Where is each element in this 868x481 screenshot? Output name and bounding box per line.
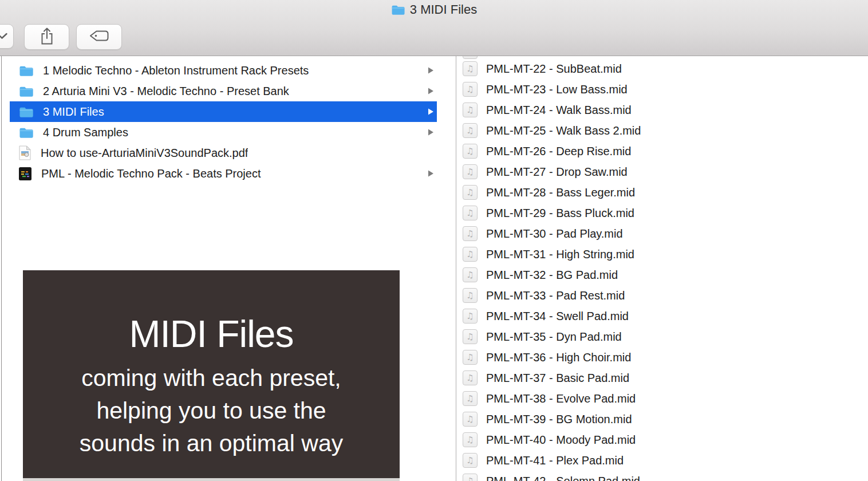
- midi-file-item[interactable]: ♫ PML-MT-32 - BG Pad.mid: [456, 265, 868, 285]
- midi-file-item[interactable]: ♫ PML-MT-38 - Evolve Pad.mid: [456, 388, 868, 409]
- midi-file-icon: ♫: [463, 453, 478, 468]
- item-label: PML - Melodic Techno Pack - Beats Projec…: [41, 167, 261, 180]
- item-label: PML-MT-40 - Moody Pad.mid: [486, 433, 636, 447]
- midi-file-icon: ♫: [463, 350, 478, 365]
- item-label: PML-MT-29 - Bass Pluck.mid: [486, 207, 634, 220]
- folder-list: 1 Melodic Techno - Ableton Instrument Ra…: [2, 56, 455, 184]
- item-label: PML-MT-23 - Low Bass.mid: [486, 83, 628, 96]
- item-label: PML-MT-26 - Deep Rise.mid: [486, 145, 631, 158]
- item-label: PML-MT-22 - SubBeat.mid: [486, 62, 622, 76]
- chevron-right-icon: [428, 170, 433, 177]
- item-label: PML-MT-38 - Evolve Pad.mid: [486, 392, 636, 405]
- item-label: PML-MT-41 - Plex Pad.mid: [486, 454, 624, 467]
- folder-list-item[interactable]: 4 Drum Samples: [10, 122, 437, 143]
- midi-file-item[interactable]: ♫ PML-MT-37 - Basic Pad.mid: [456, 368, 868, 388]
- item-label: PML-MT-30 - Pad Play.mid: [486, 227, 623, 240]
- midi-file-item[interactable]: ♫ PML-MT-25 - Walk Bass 2.mid: [456, 120, 868, 141]
- midi-file-icon: ♫: [463, 144, 478, 159]
- midi-file-icon: ♫: [463, 267, 478, 282]
- midi-file-list: ♫ PML-MT-22 - SubBeat.mid ♫ PML-MT-23 - …: [456, 56, 868, 481]
- midi-file-icon: ♫: [463, 226, 478, 241]
- preview-title: MIDI Files: [23, 314, 400, 354]
- midi-file-icon: ♫: [463, 56, 478, 59]
- folder-icon: [19, 127, 33, 138]
- chevron-right-icon: [428, 88, 433, 94]
- midi-file-icon: ♫: [463, 102, 478, 117]
- midi-file-item[interactable]: ♫ PML-MT-31 - High String.mid: [456, 244, 868, 265]
- tag-button[interactable]: [76, 24, 122, 50]
- midi-files-column[interactable]: ♫ ♫ PML-MT-22 - SubBeat.mid ♫ PML-MT-23 …: [456, 56, 868, 481]
- folder-list-item[interactable]: 3 MIDI Files: [10, 101, 437, 122]
- item-label: 2 Arturia Mini V3 - Melodic Techno - Pre…: [43, 85, 289, 98]
- midi-file-item[interactable]: ♫ PML-MT-24 - Walk Bass.mid: [456, 100, 868, 120]
- midi-file-item[interactable]: ♫ PML-MT-29 - Bass Pluck.mid: [456, 203, 868, 223]
- midi-file-icon: ♫: [463, 61, 478, 76]
- window-title: 3 MIDI Files: [410, 2, 477, 17]
- folder-list-item[interactable]: How to use-ArturiaMiniV3SoundPack.pdf: [10, 143, 437, 163]
- folder-list-item[interactable]: PML - Melodic Techno Pack - Beats Projec…: [10, 163, 437, 184]
- chevron-right-icon: [428, 67, 433, 74]
- item-label: 4 Drum Samples: [43, 126, 128, 139]
- item-label: PML-MT-33 - Pad Rest.mid: [486, 289, 625, 302]
- item-label: PML-MT-27 - Drop Saw.mid: [486, 165, 628, 179]
- midi-file-icon: ♫: [463, 164, 478, 179]
- midi-file-item[interactable]: ♫ PML-MT-41 - Plex Pad.mid: [456, 450, 868, 471]
- item-label: PML-MT-24 - Walk Bass.mid: [486, 104, 632, 117]
- folders-column[interactable]: 1 Melodic Techno - Ableton Instrument Ra…: [2, 56, 455, 481]
- preview-image: MIDI Files coming with each preset, help…: [23, 270, 400, 481]
- item-label: PML-MT-39 - BG Motion.mid: [486, 413, 632, 426]
- item-label: PML-MT-34 - Swell Pad.mid: [486, 310, 629, 323]
- more-options-button[interactable]: [0, 24, 14, 49]
- chevron-right-icon: [428, 108, 433, 115]
- file-browser: 1 Melodic Techno - Ableton Instrument Ra…: [0, 56, 868, 481]
- midi-file-item[interactable]: ♫ PML-MT-40 - Moody Pad.mid: [456, 429, 868, 450]
- midi-file-icon: ♫: [463, 288, 478, 303]
- preview-subtitle-line: coming with each preset,: [23, 362, 400, 395]
- item-label: PML-MT-37 - Basic Pad.mid: [486, 372, 629, 385]
- item-label: PML-MT-32 - BG Pad.mid: [486, 269, 618, 282]
- preview-subtitle-line: helping you to use the: [23, 395, 400, 427]
- item-label: PML-MT-31 - High String.mid: [486, 248, 634, 261]
- item-label: 3 MIDI Files: [43, 105, 104, 119]
- chevron-down-icon: [0, 31, 8, 42]
- item-label: PML-MT-28 - Bass Leger.mid: [486, 186, 635, 199]
- midi-file-item[interactable]: ♫ PML-MT-30 - Pad Play.mid: [456, 223, 868, 244]
- midi-file-icon: ♫: [463, 391, 478, 406]
- share-button[interactable]: [24, 24, 69, 50]
- window-chrome: 3 MIDI Files: [0, 0, 868, 56]
- midi-file-icon: ♫: [463, 370, 478, 385]
- midi-file-item[interactable]: ♫ PML-MT-27 - Drop Saw.mid: [456, 161, 868, 182]
- midi-file-item[interactable]: ♫ PML-MT-35 - Dyn Pad.mid: [456, 326, 868, 347]
- midi-file-icon: ♫: [463, 185, 478, 200]
- midi-file-item[interactable]: ♫ PML-MT-34 - Swell Pad.mid: [456, 306, 868, 326]
- midi-file-icon: ♫: [463, 432, 478, 447]
- folder-icon: [391, 5, 405, 15]
- midi-file-icon: ♫: [463, 329, 478, 344]
- folder-list-item[interactable]: 2 Arturia Mini V3 - Melodic Techno - Pre…: [10, 81, 437, 101]
- midi-file-icon: ♫: [463, 474, 478, 481]
- folder-icon: [19, 65, 33, 76]
- midi-file-icon: ♫: [463, 247, 478, 262]
- pdf-icon: [19, 145, 31, 160]
- item-label: 1 Melodic Techno - Ableton Instrument Ra…: [43, 64, 309, 77]
- midi-file-item[interactable]: ♫ PML-MT-39 - BG Motion.mid: [456, 409, 868, 429]
- midi-file-item[interactable]: ♫ PML-MT-26 - Deep Rise.mid: [456, 141, 868, 161]
- preview-bottom-strip: [23, 478, 400, 481]
- item-label: PML-MT-42 - Solemn Pad.mid: [486, 475, 640, 481]
- midi-file-item[interactable]: ♫ PML-MT-36 - High Choir.mid: [456, 347, 868, 368]
- midi-file-item[interactable]: ♫ PML-MT-23 - Low Bass.mid: [456, 79, 868, 100]
- tag-icon: [89, 29, 109, 45]
- ableton-project-icon: [19, 167, 31, 180]
- item-label: How to use-ArturiaMiniV3SoundPack.pdf: [41, 147, 248, 160]
- folder-icon: [19, 86, 33, 97]
- midi-file-item[interactable]: ♫ PML-MT-33 - Pad Rest.mid: [456, 285, 868, 306]
- midi-file-item[interactable]: ♫ PML-MT-22 - SubBeat.mid: [456, 58, 868, 79]
- midi-file-icon: ♫: [463, 123, 478, 138]
- chevron-right-icon: [428, 129, 433, 136]
- midi-file-icon: ♫: [463, 412, 478, 427]
- midi-file-item[interactable]: ♫ PML-MT-42 - Solemn Pad.mid: [456, 471, 868, 481]
- midi-file-icon: ♫: [463, 206, 478, 220]
- midi-file-item[interactable]: ♫ PML-MT-28 - Bass Leger.mid: [456, 182, 868, 203]
- folder-list-item[interactable]: 1 Melodic Techno - Ableton Instrument Ra…: [10, 60, 437, 81]
- item-label: PML-MT-25 - Walk Bass 2.mid: [486, 124, 641, 137]
